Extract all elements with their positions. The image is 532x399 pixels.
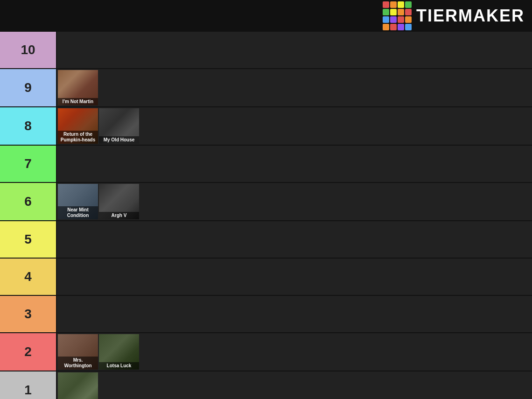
tier-content-6: Near Mint ConditionArgh V: [57, 183, 532, 220]
tier-content-5: [57, 221, 532, 258]
tier-item-label-near-mint: Near Mint Condition: [58, 206, 98, 219]
logo-text: TiERMAKER: [416, 6, 525, 26]
logo-cell: [390, 16, 397, 23]
tier-content-10: [57, 32, 532, 68]
logo-cell: [398, 16, 404, 23]
tier-item-my-old-house[interactable]: My Old House: [99, 108, 139, 144]
tier-content-7: [57, 146, 532, 182]
tier-row-4: 4: [0, 259, 532, 296]
tier-row-7: 7: [0, 146, 532, 183]
tier-item-label-my-old-house: My Old House: [99, 136, 139, 144]
logo-grid: [383, 1, 412, 30]
tier-item-label-im-not-martin: I'm Not Martin: [58, 98, 98, 105]
tier-label-7: 7: [0, 146, 57, 182]
tier-item-label-return-pumpkin: Return of the Pumpkin-heads: [58, 131, 98, 144]
tier-item-bg-spores: [58, 372, 98, 399]
tier-content-1: Spores: [57, 371, 532, 399]
tier-item-im-not-martin[interactable]: I'm Not Martin: [58, 70, 98, 105]
logo-cell: [405, 24, 412, 30]
tier-content-9: I'm Not Martin: [57, 69, 532, 106]
tier-row-3: 3: [0, 296, 532, 333]
tiermaker-container: TiERMAKER 109I'm Not Martin8Return of th…: [0, 0, 532, 399]
tier-item-mrs-worthington[interactable]: Mrs. Worthington: [58, 334, 98, 370]
tier-row-9: 9I'm Not Martin: [0, 69, 532, 107]
tier-label-9: 9: [0, 69, 57, 106]
tier-label-6: 6: [0, 183, 57, 220]
logo-cell: [398, 1, 404, 8]
tier-row-1: 1Spores: [0, 371, 532, 399]
logo-cell: [405, 16, 412, 23]
logo-cell: [390, 9, 397, 15]
tier-label-8: 8: [0, 107, 57, 145]
tier-label-2: 2: [0, 333, 57, 371]
tiers-container: 109I'm Not Martin8Return of the Pumpkin-…: [0, 32, 532, 399]
tier-content-8: Return of the Pumpkin-headsMy Old House: [57, 107, 532, 145]
tier-label-4: 4: [0, 259, 57, 295]
tier-item-near-mint[interactable]: Near Mint Condition: [58, 184, 98, 219]
tier-label-1: 1: [0, 371, 57, 399]
tier-row-10: 10: [0, 32, 532, 69]
logo-cell: [383, 9, 389, 15]
logo-cell: [405, 1, 412, 8]
logo-cell: [390, 1, 397, 8]
tier-row-6: 6Near Mint ConditionArgh V: [0, 183, 532, 221]
tier-content-4: [57, 259, 532, 295]
logo-cell: [405, 9, 412, 15]
tier-content-3: [57, 296, 532, 332]
logo-cell: [398, 9, 404, 15]
tier-label-10: 10: [0, 32, 57, 68]
tier-row-8: 8Return of the Pumpkin-headsMy Old House: [0, 107, 532, 146]
header: TiERMAKER: [0, 0, 532, 32]
tier-label-5: 5: [0, 221, 57, 258]
logo-cell: [383, 1, 389, 8]
tier-item-label-argh-v: Argh V: [99, 212, 139, 219]
tier-content-2: Mrs. WorthingtonLotsa Luck: [57, 333, 532, 371]
tier-item-return-pumpkin[interactable]: Return of the Pumpkin-heads: [58, 108, 98, 144]
tier-row-5: 5: [0, 221, 532, 259]
logo-cell: [390, 24, 397, 30]
tier-item-label-mrs-worthington: Mrs. Worthington: [58, 357, 98, 370]
logo-cell: [383, 16, 389, 23]
tier-item-argh-v[interactable]: Argh V: [99, 184, 139, 219]
logo-cell: [398, 24, 404, 30]
tier-label-3: 3: [0, 296, 57, 332]
tier-row-2: 2Mrs. WorthingtonLotsa Luck: [0, 333, 532, 371]
tier-item-spores[interactable]: Spores: [58, 372, 98, 399]
tier-item-label-lotsa-luck: Lotsa Luck: [99, 362, 139, 370]
tier-item-lotsa-luck[interactable]: Lotsa Luck: [99, 334, 139, 370]
logo-cell: [383, 24, 389, 30]
logo-container: TiERMAKER: [383, 1, 525, 30]
